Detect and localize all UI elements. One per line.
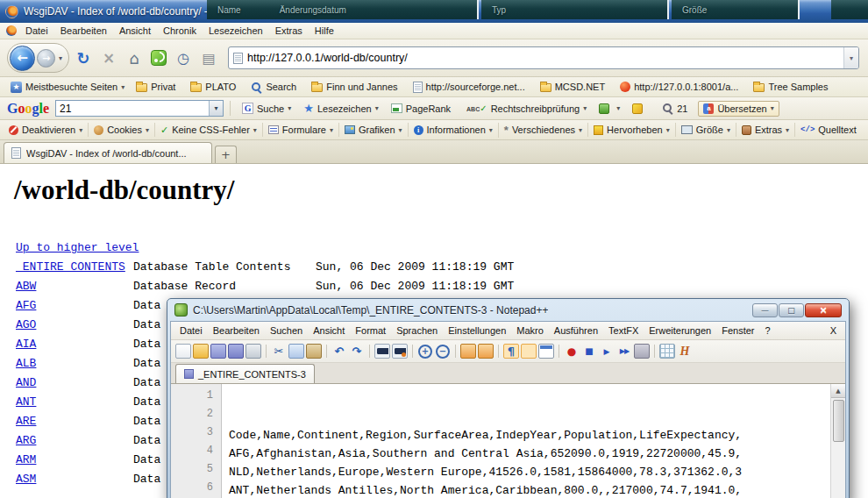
google-search-input[interactable] [56,103,209,115]
new-tab-button[interactable]: + [215,146,237,163]
menubar-item[interactable]: Suchen [265,324,308,337]
google-toolbar-button[interactable]: ▾ [594,101,625,117]
text-editor[interactable]: Code,Name,Continent,Region,SurfaceArea,I… [222,384,830,498]
url-input[interactable] [247,52,839,64]
save-all-icon[interactable] [228,344,244,359]
doc-map-icon[interactable] [659,344,675,359]
scroll-thumb[interactable] [833,400,844,442]
stop-macro-icon[interactable] [581,344,597,359]
webdev-menu-item[interactable]: Keine CSS-Fehler ▾ [154,123,262,137]
separator[interactable] [266,345,267,358]
entry-link[interactable]: AFG [16,299,36,312]
menubar-item[interactable]: Bearbeiten [54,24,113,38]
entry-link[interactable]: ARE [16,415,36,428]
bookmark-item[interactable]: PLATO [185,80,245,94]
menubar-item[interactable]: Ausführen [549,324,603,337]
bookmark-item[interactable]: http://127.0.0.1:8001/a... [615,80,747,94]
run-multi-icon[interactable] [616,344,632,359]
separator[interactable] [498,345,499,358]
up-to-higher-level-link[interactable]: Up to higher level [16,238,139,258]
menubar-item[interactable]: Ansicht [113,24,157,38]
entry-link[interactable]: ARM [16,453,36,466]
user-dialog-icon[interactable] [538,344,554,359]
firefox-titlebar[interactable]: WsgiDAV - Index of /world-db/country/ - … [0,0,868,23]
view-html-icon[interactable] [677,344,693,359]
google-toolbar-button[interactable]: 21 [657,100,696,117]
always-on-top-icon[interactable] [478,344,494,359]
open-file-icon[interactable] [193,344,209,359]
scroll-up-arrow[interactable] [831,384,845,398]
redo-icon[interactable] [349,344,365,359]
webdev-menu-item[interactable]: Informationen ▾ [408,123,498,137]
menubar-item[interactable]: X [825,324,842,337]
google-toolbar-button[interactable]: Lesezeichen ▾ [298,100,383,117]
paste-icon[interactable] [306,344,322,359]
menubar-item[interactable]: ? [759,324,775,337]
explorer-column-type[interactable]: Typ [492,5,506,15]
explorer-column-modified[interactable]: Änderungsdatum [280,5,346,15]
recent-pages-dropdown[interactable]: ▾ [57,54,64,62]
indent-guide-icon[interactable] [521,344,537,359]
separator[interactable] [326,345,327,358]
google-search-dropdown[interactable]: ▾ [209,101,223,116]
entry-link[interactable]: AIA [16,338,36,351]
entry-link[interactable]: ANT [16,395,36,409]
print-icon[interactable] [245,344,261,359]
explorer-column-name[interactable]: Name [217,5,241,15]
bookmark-item[interactable]: Privat [131,80,184,94]
menubar-item[interactable]: Ansicht [308,324,350,337]
entry-link[interactable]: ASM [16,473,36,486]
menubar-item[interactable]: TextFX [603,324,644,337]
menubar-item[interactable]: Hilfe [309,24,340,38]
google-toolbar-button[interactable]: Suche ▾ [237,100,296,117]
google-toolbar-button[interactable]: PageRank [386,101,459,117]
cut-icon[interactable] [271,344,287,359]
menubar-item[interactable]: Chronik [157,24,203,38]
zoom-in-icon[interactable] [417,344,433,359]
copy-icon[interactable] [288,344,304,359]
reload-button[interactable]: ↻ [72,46,95,69]
minimize-button[interactable]: — [752,303,778,317]
webdev-menu-item[interactable]: Hervorheben ▾ [587,123,675,137]
notepadpp-titlebar[interactable]: C:\Users\Martin\AppData\Local\Temp\_ENTI… [170,299,846,321]
print-button[interactable]: ▤ [197,46,220,69]
restore-position-icon[interactable] [460,344,476,359]
find-icon[interactable] [374,344,390,359]
google-toolbar-button[interactable]: Übersetzen ▾ [698,101,779,117]
menubar-item[interactable]: Extras [269,24,309,38]
webdev-menu-item[interactable]: Grafiken ▾ [338,123,408,137]
explorer-column-size[interactable]: Größe [682,5,707,15]
bookmark-item[interactable]: http://sourceforge.net... [408,80,534,95]
undo-icon[interactable] [331,344,347,359]
forward-button[interactable]: → [37,49,55,68]
menubar-item[interactable]: Format [350,324,391,337]
bookmark-item[interactable]: MCSD.NET [535,80,614,94]
webdev-menu-item[interactable]: Deaktivieren ▾ [4,123,88,137]
webdev-menu-item[interactable]: Formulare ▾ [262,123,338,137]
menubar-item[interactable]: Erweiterungen [644,324,716,337]
menubar-item[interactable]: Datei [174,324,208,337]
feed-button[interactable] [151,50,167,66]
menubar-item[interactable]: Lesezeichen [203,24,269,38]
webdev-menu-item[interactable]: Verschiedenes ▾ [498,123,587,138]
menubar-item[interactable]: Einstellungen [443,324,511,337]
menubar-item[interactable]: Datei [19,24,54,38]
entry-link[interactable]: ALB [16,357,36,370]
menubar-item[interactable]: Makro [511,324,549,337]
close-button[interactable]: × [805,303,842,317]
entry-link[interactable]: AGO [16,318,36,331]
separator[interactable] [412,345,413,358]
separator[interactable] [369,345,370,358]
back-button[interactable]: ← [10,46,35,71]
entry-link[interactable]: _ENTIRE_CONTENTS [16,260,125,274]
vertical-scrollbar[interactable] [830,384,845,498]
menubar-item[interactable]: Sprachen [391,324,443,337]
menubar-item[interactable]: Bearbeiten [208,324,265,337]
bookmark-item[interactable]: Tree Samples [748,80,836,94]
google-toolbar-button[interactable] [627,101,655,117]
stop-button[interactable]: × [97,46,120,69]
home-button[interactable]: ⌂ [123,46,146,69]
save-macro-icon[interactable] [634,344,650,359]
bookmark-item[interactable]: Search [245,80,305,95]
webdev-menu-item[interactable]: Quelltext [794,123,865,137]
